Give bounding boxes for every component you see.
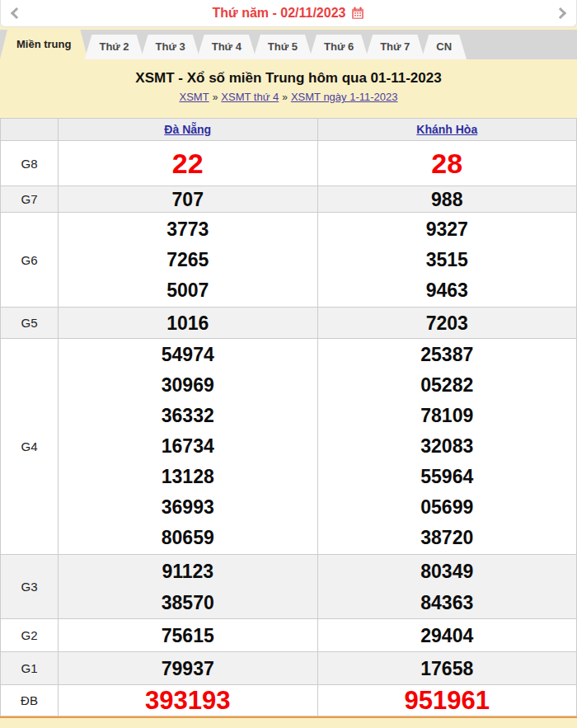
result-value: 28 [318, 142, 577, 186]
tab-5[interactable]: Thứ 6 [309, 35, 368, 59]
result-value: 05699 [318, 492, 577, 523]
result-cell: 951961 [317, 685, 577, 716]
results-table: Đà Nẵng Khánh Hòa G82228G7707988G6377372… [0, 118, 577, 716]
page-title: XSMT - Xổ số miền Trung hôm qua 01-11-20… [0, 70, 577, 87]
result-cell: 17658 [317, 652, 577, 685]
province-link-da-nang[interactable]: Đà Nẵng [164, 123, 211, 136]
calendar-icon[interactable] [351, 7, 364, 20]
result-value: 55964 [318, 462, 577, 492]
prize-label: G7 [1, 186, 59, 213]
result-value: 25387 [318, 340, 577, 370]
result-cell: 988 [317, 186, 577, 213]
breadcrumb: XSMT»XSMT thứ 4»XSMT ngày 1-11-2023 [0, 91, 577, 103]
result-value: 32083 [318, 431, 577, 462]
result-value: 22 [59, 142, 317, 186]
result-cell: 707 [59, 186, 318, 213]
result-cell: 79937 [59, 652, 318, 685]
result-cell: 29404 [317, 619, 577, 652]
result-value: 9327 [318, 214, 577, 245]
result-value: 30969 [59, 370, 317, 401]
prize-row-g4: G454974309693633216734131283699380659253… [1, 339, 577, 555]
tab-7[interactable]: CN [421, 35, 467, 59]
result-cell: 28 [317, 141, 577, 186]
result-value: 80659 [59, 523, 317, 553]
result-value: 38570 [59, 587, 317, 618]
result-value: 79937 [59, 653, 317, 684]
prize-label: G4 [1, 339, 59, 555]
breadcrumb-link[interactable]: XSMT [180, 91, 209, 103]
prize-row-g2: G27561529404 [1, 619, 577, 652]
date-picker[interactable]: Thứ năm - 02/11/2023 [213, 6, 365, 21]
column-header-khanh-hoa: Khánh Hòa [317, 119, 577, 141]
result-cell: 393193 [59, 685, 318, 716]
result-value: 54974 [59, 340, 317, 370]
result-cell: 8034984363 [317, 555, 577, 619]
tab-bar: Miền trungThứ 2Thứ 3Thứ 4Thứ 5Thứ 6Thứ 7… [0, 30, 577, 59]
result-value: 29404 [318, 620, 577, 651]
tab-1[interactable]: Thứ 2 [84, 35, 143, 59]
result-value: 78109 [318, 401, 577, 431]
tab-2[interactable]: Thứ 3 [141, 35, 200, 59]
prize-row-g6: G6377372655007932735159463 [1, 213, 577, 308]
result-value: 05282 [318, 370, 577, 401]
province-link-khanh-hoa[interactable]: Khánh Hòa [416, 123, 477, 136]
prize-label: ĐB [1, 685, 59, 716]
tab-mien-trung[interactable]: Miền trung [0, 30, 87, 59]
chevron-left-icon[interactable] [11, 7, 22, 19]
breadcrumb-separator: » [213, 92, 218, 103]
result-cell: 7203 [317, 308, 577, 339]
result-cell: 22 [59, 141, 318, 186]
result-value: 36993 [59, 492, 317, 523]
prize-row-đb: ĐB393193951961 [1, 685, 577, 716]
result-value: 36332 [59, 401, 317, 431]
prize-label: G6 [1, 213, 59, 308]
tab-3[interactable]: Thứ 4 [197, 35, 256, 59]
result-value: 75615 [59, 620, 317, 651]
breadcrumb-link[interactable]: XSMT thứ 4 [221, 91, 279, 103]
prize-label: G5 [1, 308, 59, 339]
chevron-right-icon[interactable] [555, 7, 566, 19]
prize-label: G8 [1, 141, 59, 186]
result-value: 707 [59, 187, 317, 212]
result-value: 7265 [59, 245, 317, 275]
result-cell: 25387052827810932083559640569938720 [317, 339, 577, 555]
prize-row-g3: G391123385708034984363 [1, 555, 577, 619]
result-value: 84363 [318, 587, 577, 618]
result-value: 80349 [318, 556, 577, 587]
result-value: 951961 [318, 686, 577, 716]
result-cell: 932735159463 [317, 213, 577, 308]
result-cell: 1016 [59, 308, 318, 339]
result-value: 3773 [59, 214, 317, 245]
result-value: 1016 [59, 308, 317, 338]
prize-row-g8: G82228 [1, 141, 577, 186]
tab-4[interactable]: Thứ 5 [253, 35, 312, 59]
result-cell: 9112338570 [59, 555, 318, 619]
result-value: 91123 [59, 556, 317, 587]
tab-6[interactable]: Thứ 7 [365, 35, 425, 59]
column-header-da-nang: Đà Nẵng [59, 119, 318, 141]
result-value: 988 [318, 187, 577, 212]
result-value: 5007 [59, 275, 317, 306]
result-value: 38720 [318, 523, 577, 553]
result-value: 7203 [318, 308, 577, 338]
prize-label: G1 [1, 652, 59, 685]
breadcrumb-link[interactable]: XSMT ngày 1-11-2023 [291, 91, 398, 103]
result-value: 393193 [59, 686, 317, 716]
breadcrumb-separator: » [282, 92, 288, 103]
prize-label: G3 [1, 555, 59, 619]
prize-row-g7: G7707988 [1, 186, 577, 213]
table-header-row: Đà Nẵng Khánh Hòa [1, 119, 577, 141]
result-value: 9463 [318, 275, 577, 306]
result-value: 17658 [318, 653, 577, 684]
prize-row-g1: G17993717658 [1, 652, 577, 685]
prize-label: G2 [1, 619, 59, 652]
page: Thứ năm - 02/11/2023 Miền trungThứ 2Thứ … [0, 0, 577, 728]
footer-bar [0, 716, 577, 728]
prize-row-g5: G510167203 [1, 308, 577, 339]
result-value: 13128 [59, 462, 317, 492]
date-nav-bar: Thứ năm - 02/11/2023 [0, 0, 577, 27]
result-cell: 75615 [59, 619, 318, 652]
date-label: Thứ năm - 02/11/2023 [213, 6, 346, 21]
result-value: 3515 [318, 245, 577, 275]
result-cell: 54974309693633216734131283699380659 [59, 339, 318, 555]
